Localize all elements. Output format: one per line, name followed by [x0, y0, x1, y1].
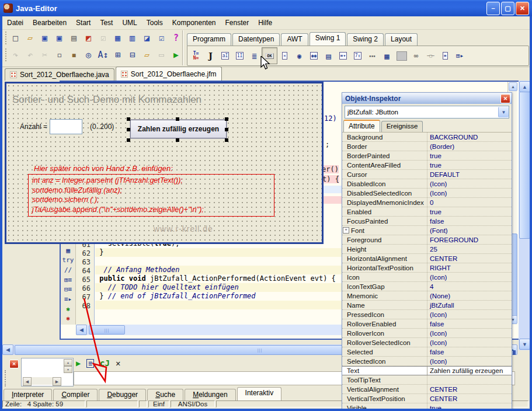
property-row[interactable]: DisabledIcon(Icon): [342, 179, 512, 189]
property-row[interactable]: Enabledtrue: [342, 207, 512, 217]
search-icon[interactable]: ◎: [81, 48, 96, 62]
property-row[interactable]: HorizontalTextPositionRIGHT: [342, 263, 512, 273]
zufall-button[interactable]: Zahlen zufällig erzeugen: [130, 120, 227, 138]
palette-tab-swing1[interactable]: Swing 1: [310, 32, 346, 46]
tn-declaration-icon[interactable]: T=N=: [189, 48, 203, 64]
property-value[interactable]: (Icon): [427, 338, 512, 347]
jtextfield-icon[interactable]: aI: [218, 48, 232, 64]
property-value[interactable]: (Icon): [427, 179, 512, 188]
inspector-tab-attribute[interactable]: Attribute: [343, 120, 380, 132]
jradiobutton-icon[interactable]: ◉: [292, 48, 307, 64]
checklist-icon[interactable]: ☑: [154, 31, 169, 45]
property-row[interactable]: +Font(Font): [342, 226, 512, 235]
property-value[interactable]: BACKGROUND: [427, 133, 512, 141]
save-icon[interactable]: ▣: [37, 31, 52, 45]
chevron-down-icon[interactable]: ▼: [498, 107, 509, 117]
file-tab-java[interactable]: Sort_2012_Oberflaeche.java: [5, 68, 114, 81]
property-row[interactable]: ForegroundFOREGROUND: [342, 235, 512, 245]
property-value[interactable]: CENTER: [427, 394, 512, 403]
menu-datei[interactable]: Datei: [2, 18, 28, 28]
property-value[interactable]: (Font): [427, 226, 512, 235]
property-row[interactable]: BorderPaintedtrue: [342, 151, 512, 161]
property-value[interactable]: (Icon): [427, 189, 512, 197]
selection-handle[interactable]: [225, 138, 228, 142]
menu-start[interactable]: Start: [71, 18, 95, 28]
jspinner-icon[interactable]: 7↕: [350, 48, 365, 64]
panel-close-icon[interactable]: ✕: [9, 360, 19, 368]
property-row[interactable]: FocusPaintedfalse: [342, 217, 512, 226]
copy-icon[interactable]: ▫: [52, 48, 67, 62]
tab-interpreter[interactable]: Interpreter: [4, 389, 52, 400]
menu-test[interactable]: Test: [95, 18, 117, 28]
jnumberfield-icon[interactable]: 1I: [232, 48, 247, 64]
property-value[interactable]: jBtZufall: [427, 301, 512, 309]
property-value[interactable]: true: [427, 161, 512, 169]
property-value[interactable]: 4: [427, 282, 512, 291]
form-designer[interactable]: Sortier- und Such-Demo mit Kommazahlen A…: [5, 82, 324, 244]
print-icon[interactable]: ▤: [67, 31, 81, 45]
palette-tab-datentypen[interactable]: Datentypen: [232, 33, 280, 46]
property-value[interactable]: CENTER: [427, 385, 512, 393]
property-row[interactable]: CursorDEFAULT: [342, 170, 512, 179]
font-size-icon[interactable]: A↕: [96, 48, 110, 62]
menu-fenster[interactable]: Fenster: [221, 18, 254, 28]
inspector-tab-ereignisse[interactable]: Ereignisse: [381, 121, 423, 132]
menu-komponenten[interactable]: Komponenten: [168, 18, 221, 28]
jcheckbox-icon[interactable]: ✕: [277, 48, 292, 64]
tab-meldungen[interactable]: Meldungen: [185, 389, 235, 400]
selection-handle[interactable]: [127, 128, 130, 131]
help-icon[interactable]: ?: [169, 31, 183, 45]
file-tab-jfm[interactable]: Sort_2012_Oberflaeche.jfm: [116, 67, 222, 81]
compile-icon[interactable]: ▱: [140, 48, 154, 62]
jscrollbar-icon[interactable]: ▪▪▪: [365, 48, 380, 64]
table-marker-icon[interactable]: ▦: [66, 247, 70, 257]
property-row[interactable]: DisabledSelectedIcon(Icon): [342, 189, 512, 198]
property-row[interactable]: VerticalTextPositionCENTER: [342, 394, 512, 403]
scroll-up-icon[interactable]: ▲: [519, 81, 530, 92]
window-list-icon[interactable]: ▥: [125, 31, 140, 45]
property-value[interactable]: false: [427, 217, 512, 225]
paste-icon[interactable]: ▪: [67, 48, 81, 62]
range-label[interactable]: (0..200): [90, 123, 114, 131]
object-selector-combobox[interactable]: jBtZufall: JButton ▼: [345, 106, 509, 119]
property-row[interactable]: IconTextGap4: [342, 282, 512, 291]
save-all-icon[interactable]: ▣: [52, 31, 67, 45]
property-row[interactable]: Selectedfalse: [342, 347, 512, 357]
palette-tab-programm[interactable]: Programm: [187, 33, 231, 46]
jcombobox-icon[interactable]: ≡▾: [336, 48, 350, 64]
new-file-icon[interactable]: □: [8, 31, 23, 45]
expand-icon[interactable]: +: [343, 227, 349, 234]
selection-handle[interactable]: [225, 117, 228, 121]
property-value[interactable]: Zahlen zufällig erzeugen: [427, 367, 512, 375]
jtextarea-icon[interactable]: ≣: [247, 48, 262, 64]
selection-handle[interactable]: [127, 138, 130, 142]
property-value[interactable]: true: [427, 207, 512, 216]
property-value[interactable]: FOREGROUND: [427, 235, 512, 244]
property-value[interactable]: (None): [427, 291, 512, 300]
menu-tools[interactable]: Tools: [142, 18, 168, 28]
scroll-up-icon[interactable]: ▲: [509, 82, 517, 91]
property-row[interactable]: ToolTipText: [342, 375, 512, 385]
property-row[interactable]: TextZahlen zufällig erzeugen: [342, 366, 512, 375]
tab-compiler[interactable]: Compiler: [53, 389, 98, 400]
property-row[interactable]: SelectedIcon(Icon): [342, 357, 512, 366]
scroll-left-icon[interactable]: ◀: [23, 377, 32, 386]
insert-component-icon[interactable]: ⊞: [110, 48, 125, 62]
property-value[interactable]: false: [427, 347, 512, 356]
jslider-icon[interactable]: ─□─: [423, 48, 438, 64]
property-value[interactable]: (Border): [427, 142, 512, 151]
property-value[interactable]: 25: [427, 245, 512, 253]
remove-component-icon[interactable]: ⊟: [125, 48, 140, 62]
structogram-icon[interactable]: ▦: [110, 31, 125, 45]
property-value[interactable]: RIGHT: [427, 263, 512, 272]
property-value[interactable]: CENTER: [427, 254, 512, 263]
property-row[interactable]: RolloverSelectedIcon(Icon): [342, 338, 512, 347]
property-value[interactable]: (Icon): [427, 273, 512, 281]
jpanel-icon[interactable]: [394, 48, 409, 64]
debug-bug-red-icon[interactable]: ✱: [66, 315, 70, 325]
property-row[interactable]: HorizontalAlignmentCENTER: [342, 254, 512, 263]
property-row[interactable]: RolloverIcon(Icon): [342, 329, 512, 338]
jlabel-icon[interactable]: J: [203, 48, 218, 64]
inspector-close-icon[interactable]: ✕: [500, 94, 510, 103]
property-row[interactable]: DisplayedMnemonicIndex0: [342, 198, 512, 207]
